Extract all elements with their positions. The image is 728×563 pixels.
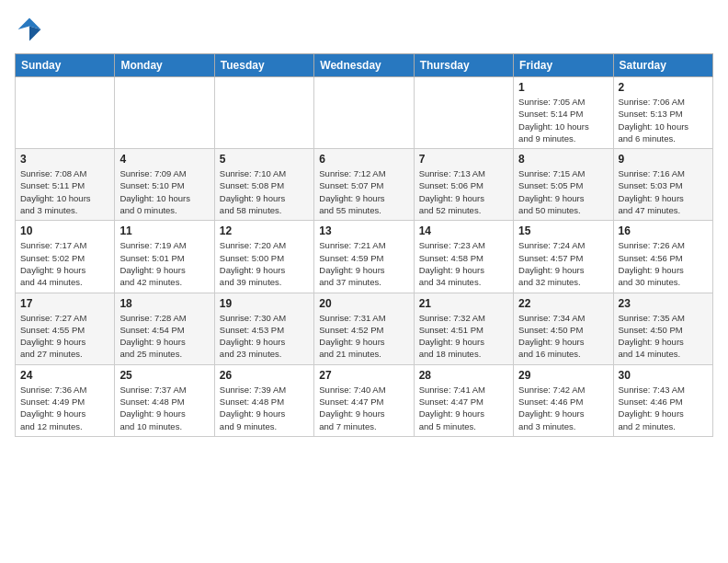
day-number: 19 [220,297,309,310]
day-info: Sunrise: 7:40 AM Sunset: 4:47 PM Dayligh… [319,384,408,432]
day-number: 22 [518,297,608,310]
day-info: Sunrise: 7:37 AM Sunset: 4:48 PM Dayligh… [119,384,209,432]
day-cell: 14Sunrise: 7:23 AM Sunset: 4:58 PM Dayli… [414,221,513,293]
calendar-table: SundayMondayTuesdayWednesdayThursdayFrid… [15,53,713,437]
day-info: Sunrise: 7:06 AM Sunset: 5:13 PM Dayligh… [619,96,708,144]
column-header-wednesday: Wednesday [314,54,414,77]
day-cell: 18Sunrise: 7:28 AM Sunset: 4:54 PM Dayli… [115,293,214,364]
column-header-tuesday: Tuesday [214,54,313,77]
day-info: Sunrise: 7:28 AM Sunset: 4:54 PM Dayligh… [119,312,209,361]
day-cell: 9Sunrise: 7:16 AM Sunset: 5:03 PM Daylig… [613,149,712,221]
day-cell: 28Sunrise: 7:41 AM Sunset: 4:47 PM Dayli… [414,364,513,436]
day-number: 27 [319,369,408,382]
day-cell: 21Sunrise: 7:32 AM Sunset: 4:51 PM Dayli… [414,293,513,364]
day-number: 29 [518,369,608,382]
day-info: Sunrise: 7:41 AM Sunset: 4:47 PM Dayligh… [419,384,508,432]
week-row-4: 17Sunrise: 7:27 AM Sunset: 4:55 PM Dayli… [16,293,713,364]
day-info: Sunrise: 7:15 AM Sunset: 5:05 PM Dayligh… [518,167,608,216]
day-number: 5 [220,153,309,166]
day-number: 2 [619,81,708,94]
day-number: 16 [619,224,708,237]
day-number: 24 [20,369,109,382]
day-number: 12 [220,224,309,237]
day-cell: 2Sunrise: 7:06 AM Sunset: 5:13 PM Daylig… [613,77,712,149]
day-cell: 3Sunrise: 7:08 AM Sunset: 5:11 PM Daylig… [16,149,115,221]
header-row: SundayMondayTuesdayWednesdayThursdayFrid… [16,54,713,77]
column-header-saturday: Saturday [613,54,712,77]
day-number: 30 [619,369,708,382]
day-cell: 29Sunrise: 7:42 AM Sunset: 4:46 PM Dayli… [514,364,613,436]
day-number: 13 [319,224,408,237]
day-number: 18 [119,297,209,310]
day-number: 6 [319,153,408,166]
day-cell: 8Sunrise: 7:15 AM Sunset: 5:05 PM Daylig… [514,149,613,221]
day-cell: 30Sunrise: 7:43 AM Sunset: 4:46 PM Dayli… [613,364,712,436]
day-cell: 13Sunrise: 7:21 AM Sunset: 4:59 PM Dayli… [314,221,414,293]
day-cell: 16Sunrise: 7:26 AM Sunset: 4:56 PM Dayli… [613,221,712,293]
day-cell: 4Sunrise: 7:09 AM Sunset: 5:10 PM Daylig… [115,149,214,221]
logo [15,15,48,44]
day-info: Sunrise: 7:13 AM Sunset: 5:06 PM Dayligh… [419,167,508,216]
day-info: Sunrise: 7:12 AM Sunset: 5:07 PM Dayligh… [319,167,408,216]
day-cell [314,77,414,149]
day-info: Sunrise: 7:31 AM Sunset: 4:52 PM Dayligh… [319,312,408,361]
day-cell: 22Sunrise: 7:34 AM Sunset: 4:50 PM Dayli… [514,293,613,364]
day-info: Sunrise: 7:34 AM Sunset: 4:50 PM Dayligh… [518,312,608,361]
week-row-1: 1Sunrise: 7:05 AM Sunset: 5:14 PM Daylig… [16,77,713,149]
day-cell: 23Sunrise: 7:35 AM Sunset: 4:50 PM Dayli… [613,293,712,364]
day-number: 26 [220,369,309,382]
day-number: 11 [119,224,209,237]
day-cell [414,77,513,149]
day-cell: 17Sunrise: 7:27 AM Sunset: 4:55 PM Dayli… [16,293,115,364]
day-cell [16,77,115,149]
day-info: Sunrise: 7:23 AM Sunset: 4:58 PM Dayligh… [419,239,508,288]
day-cell: 10Sunrise: 7:17 AM Sunset: 5:02 PM Dayli… [16,221,115,293]
day-cell: 1Sunrise: 7:05 AM Sunset: 5:14 PM Daylig… [514,77,613,149]
logo-icon [15,15,44,44]
day-cell: 27Sunrise: 7:40 AM Sunset: 4:47 PM Dayli… [314,364,414,436]
day-cell: 20Sunrise: 7:31 AM Sunset: 4:52 PM Dayli… [314,293,414,364]
day-number: 3 [20,153,109,166]
day-number: 8 [518,153,608,166]
day-cell: 19Sunrise: 7:30 AM Sunset: 4:53 PM Dayli… [214,293,313,364]
day-number: 9 [619,153,708,166]
day-cell: 7Sunrise: 7:13 AM Sunset: 5:06 PM Daylig… [414,149,513,221]
column-header-monday: Monday [115,54,214,77]
day-info: Sunrise: 7:27 AM Sunset: 4:55 PM Dayligh… [20,312,109,361]
day-number: 25 [119,369,209,382]
day-cell: 26Sunrise: 7:39 AM Sunset: 4:48 PM Dayli… [214,364,313,436]
day-number: 1 [518,81,608,94]
day-info: Sunrise: 7:42 AM Sunset: 4:46 PM Dayligh… [518,384,608,432]
week-row-2: 3Sunrise: 7:08 AM Sunset: 5:11 PM Daylig… [16,149,713,221]
week-row-3: 10Sunrise: 7:17 AM Sunset: 5:02 PM Dayli… [16,221,713,293]
day-info: Sunrise: 7:43 AM Sunset: 4:46 PM Dayligh… [619,384,708,432]
day-info: Sunrise: 7:30 AM Sunset: 4:53 PM Dayligh… [220,312,309,361]
day-cell [115,77,214,149]
day-number: 10 [20,224,109,237]
day-cell: 6Sunrise: 7:12 AM Sunset: 5:07 PM Daylig… [314,149,414,221]
day-cell: 25Sunrise: 7:37 AM Sunset: 4:48 PM Dayli… [115,364,214,436]
day-info: Sunrise: 7:36 AM Sunset: 4:49 PM Dayligh… [20,384,109,432]
header [15,15,713,44]
day-cell: 5Sunrise: 7:10 AM Sunset: 5:08 PM Daylig… [214,149,313,221]
day-info: Sunrise: 7:24 AM Sunset: 4:57 PM Dayligh… [518,239,608,288]
column-header-thursday: Thursday [414,54,513,77]
day-number: 23 [619,297,708,310]
day-info: Sunrise: 7:20 AM Sunset: 5:00 PM Dayligh… [220,239,309,288]
day-cell [214,77,313,149]
calendar-page: SundayMondayTuesdayWednesdayThursdayFrid… [0,0,728,444]
day-info: Sunrise: 7:26 AM Sunset: 4:56 PM Dayligh… [619,239,708,288]
week-row-5: 24Sunrise: 7:36 AM Sunset: 4:49 PM Dayli… [16,364,713,436]
day-number: 4 [119,153,209,166]
day-info: Sunrise: 7:09 AM Sunset: 5:10 PM Dayligh… [119,167,209,216]
day-number: 20 [319,297,408,310]
day-cell: 11Sunrise: 7:19 AM Sunset: 5:01 PM Dayli… [115,221,214,293]
day-cell: 15Sunrise: 7:24 AM Sunset: 4:57 PM Dayli… [514,221,613,293]
day-info: Sunrise: 7:32 AM Sunset: 4:51 PM Dayligh… [419,312,508,361]
day-info: Sunrise: 7:21 AM Sunset: 4:59 PM Dayligh… [319,239,408,288]
day-info: Sunrise: 7:10 AM Sunset: 5:08 PM Dayligh… [220,167,309,216]
column-header-sunday: Sunday [16,54,115,77]
day-info: Sunrise: 7:35 AM Sunset: 4:50 PM Dayligh… [619,312,708,361]
day-number: 15 [518,224,608,237]
day-info: Sunrise: 7:39 AM Sunset: 4:48 PM Dayligh… [220,384,309,432]
